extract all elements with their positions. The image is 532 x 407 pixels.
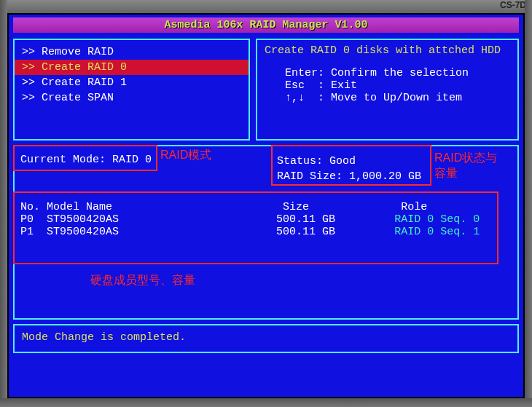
- menu-item-remove-raid[interactable]: >> Remove RAID: [15, 44, 249, 60]
- bios-screen: Asmedia 106x RAID Manager V1.00 >> Remov…: [7, 13, 525, 398]
- status-box: Status: Good RAID Size: 1,000.20 GB: [277, 154, 421, 184]
- col-no: No.: [20, 201, 40, 213]
- info-line-enter: Enter: Confirm the selection: [265, 67, 510, 79]
- disk-table-header: No. Model Name Size Role: [20, 201, 512, 213]
- info-panel: Create RAID 0 disks with attched HDD Ent…: [256, 39, 519, 141]
- status-value: Good: [329, 155, 356, 167]
- disk-model: ST9500420AS: [47, 213, 119, 226]
- monitor-bezel-bottom: [0, 398, 532, 407]
- current-mode-row: Current Mode: RAID 0: [20, 154, 152, 166]
- info-line-arrows: ↑,↓ : Move to Up/Down item: [265, 92, 510, 104]
- app-title: Asmedia 106x RAID Manager V1.00: [164, 19, 367, 31]
- title-bar: Asmedia 106x RAID Manager V1.00: [13, 17, 519, 33]
- disk-no: P1: [20, 226, 34, 238]
- menu-panel: >> Remove RAID >> Create RAID 0 >> Creat…: [13, 39, 250, 141]
- annotation-label-status: RAID状态与容量: [434, 151, 507, 181]
- current-mode-value: RAID 0: [112, 154, 152, 166]
- raid-size-label: RAID Size:: [277, 170, 343, 183]
- disk-size: 500.11 GB: [276, 226, 335, 238]
- monitor-bezel-top: CS-7D: [0, 0, 532, 13]
- footer-message: Mode Change is completed.: [22, 331, 186, 344]
- disk-model: ST9500420AS: [47, 226, 119, 238]
- disk-role: RAID 0 Seq. 0: [394, 213, 480, 226]
- menu-item-create-raid1[interactable]: >> Create RAID 1: [15, 75, 249, 90]
- monitor-model-label: CS-7D: [500, 0, 526, 10]
- top-row: >> Remove RAID >> Create RAID 0 >> Creat…: [13, 39, 519, 141]
- col-size: Size: [283, 201, 309, 213]
- info-heading: Create RAID 0 disks with attched HDD: [265, 44, 510, 57]
- disk-role: RAID 0 Seq. 1: [394, 226, 480, 238]
- raid-status-panel: Current Mode: RAID 0 Status: Good RAID S…: [13, 145, 519, 320]
- col-model: Model Name: [47, 201, 112, 213]
- footer-panel: Mode Change is completed.: [13, 324, 519, 353]
- disk-no: P0: [20, 213, 34, 226]
- menu-item-create-span[interactable]: >> Create SPAN: [15, 90, 249, 106]
- monitor-bezel-right: [525, 0, 532, 407]
- disk-table: No. Model Name Size RoleP0 ST9500420AS 5…: [20, 201, 512, 238]
- menu-item-create-raid0[interactable]: >> Create RAID 0: [15, 60, 249, 75]
- annotation-label-mode: RAID模式: [160, 148, 211, 163]
- current-mode-label: Current Mode:: [20, 154, 106, 166]
- info-line-esc: Esc : Exit: [265, 79, 510, 92]
- disk-row: P0 ST9500420AS 500.11 GB RAID 0 Seq. 0: [20, 213, 512, 226]
- status-label: Status:: [277, 155, 323, 167]
- disk-size: 500.11 GB: [276, 213, 335, 226]
- disk-row: P1 ST9500420AS 500.11 GB RAID 0 Seq. 1: [20, 226, 512, 238]
- monitor-bezel-left: [0, 0, 7, 407]
- col-role: Role: [401, 201, 427, 213]
- annotation-label-disks: 硬盘成员型号、容量: [90, 273, 195, 288]
- raid-size-value: 1,000.20 GB: [349, 170, 421, 183]
